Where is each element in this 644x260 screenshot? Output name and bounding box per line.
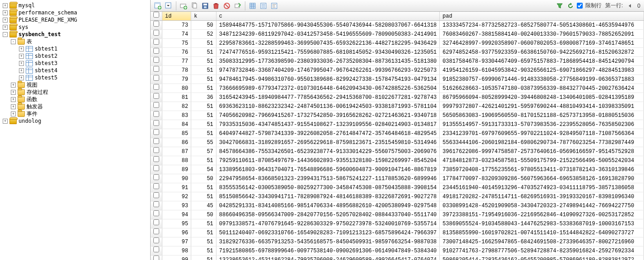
row-selector[interactable] [151,30,162,39]
table-row[interactable]: 985171921580865-69788999646-00977538140-… [151,246,644,255]
cell-k[interactable]: 50 [191,210,216,219]
row-selector[interactable] [151,57,162,66]
cell-c[interactable]: 04285291331-83414085166-98514706334-4895… [216,201,439,210]
table-row[interactable]: 905022947958654-83668501323-23994317513-… [151,174,644,183]
cell-pad[interactable]: 23445161940-40145913296-47035274923-0341… [440,183,644,192]
cell-k[interactable]: 50 [191,21,216,30]
row-selector[interactable] [151,39,162,48]
row-selector[interactable] [151,66,162,75]
cancel-icon[interactable] [222,1,232,11]
cell-id[interactable]: 83 [162,111,191,120]
table-row[interactable]: 865530427066831-31892891657-26956229618-… [151,138,644,147]
cell-c[interactable]: 50111240407-06923310766-16549028283-7109… [216,228,439,237]
expand-icon[interactable]: + [11,97,16,102]
table-row[interactable]: 945088660496358-09566347009-28420770156-… [151,210,644,219]
cell-c[interactable]: 83555356142-03005389050-80259277300-3458… [216,183,439,192]
cell-pad[interactable]: 91355514957-59131733313-57073983536-2239… [440,120,644,129]
insert-row-icon[interactable] [179,1,189,11]
db-tree[interactable]: +mysql+performance_schema+PLEASE_READ_ME… [0,0,150,260]
cell-pad[interactable]: 39617622086-99974758587-25737640616-0569… [440,147,644,156]
cell-id[interactable]: 78 [162,66,191,75]
table-row[interactable]: 765172474776516-95931215421-75596807885-… [151,48,644,57]
cell-id[interactable]: 75 [162,39,191,48]
expand-icon[interactable]: - [11,39,16,44]
expand-icon[interactable]: + [19,68,24,73]
cell-c[interactable]: 64049744827-57987341339-39226082058-2761… [216,129,439,138]
cell-pad[interactable]: 03817584678-93304467409-65975157883-7186… [440,57,644,66]
tree-item[interactable]: +sbtest5 [0,74,150,81]
select-all-header[interactable] [151,12,162,21]
table-row[interactable]: 915183555356142-03005389050-80259277300-… [151,183,644,192]
cell-pad[interactable]: 17784770097-83209309286-56075963664-6965… [440,174,644,183]
cell-k[interactable]: 51 [191,48,216,57]
grid-dropdown-icon[interactable] [164,1,174,11]
cell-id[interactable]: 91 [162,183,191,192]
table-row[interactable]: 925185150856642-33430941711-78289087924-… [151,192,644,201]
cell-id[interactable]: 92 [162,192,191,201]
row-selector[interactable] [151,246,162,255]
expand-icon[interactable]: + [11,104,16,109]
tree-item[interactable]: +存储过程 [0,88,150,96]
cell-id[interactable]: 98 [162,246,191,255]
cell-c[interactable]: 74056620982-79669415267-17327542850-3916… [216,111,439,120]
cell-id[interactable]: 96 [162,228,191,237]
row-selector[interactable] [151,192,162,201]
row-selector[interactable] [151,111,162,120]
cell-c[interactable]: 79259110611-87085497679-14436602893-9355… [216,156,439,165]
view-grid-icon[interactable] [248,1,258,11]
column-header-k[interactable]: k [191,12,216,21]
cell-c[interactable]: 73666695989-67793472372-01073016448-6462… [216,84,439,93]
tree-item[interactable]: +sbtest3 [0,60,150,67]
refresh-icon[interactable] [566,1,575,11]
grid-add-icon[interactable] [153,1,163,11]
cell-k[interactable]: 51 [191,57,216,66]
cell-c[interactable]: 13389561803-96431704071-76548896686-5960… [216,165,439,174]
expand-icon[interactable]: + [3,3,8,8]
cell-id[interactable]: 90 [162,174,191,183]
cell-c[interactable]: 31654243945-18940984477-77856436562-2941… [216,93,439,102]
table-row[interactable]: 775135083312995-17736398590-23803933036-… [151,57,644,66]
table-row[interactable]: 785197478732846-33687404209-17467995047-… [151,66,644,75]
row-selector[interactable] [151,129,162,138]
row-selector[interactable] [151,156,162,165]
cell-id[interactable]: 76 [162,48,191,57]
tree-item[interactable]: -表 [0,38,150,45]
cell-c[interactable]: 85150856642-33430941711-78289087924-4814… [216,192,439,201]
cell-id[interactable]: 97 [162,237,191,246]
row-selector[interactable] [151,237,162,246]
row-selector[interactable] [151,21,162,30]
cell-pad[interactable]: 76083460267-38815884140-00240013330-7960… [440,30,644,39]
cell-c[interactable]: 09791338571-47076791645-92286303329-9750… [216,219,439,228]
table-row[interactable]: 795194784617945-94986310760-95501389686-… [151,75,644,84]
cell-pad[interactable]: 86795966094-80528999420-39446808248-1340… [440,93,644,102]
cell-id[interactable]: 95 [162,219,191,228]
expand-icon[interactable]: + [3,119,8,124]
row-selector[interactable] [151,210,162,219]
limit-rows-checkbox[interactable] [577,3,583,9]
cell-k[interactable]: 51 [191,192,216,201]
cell-id[interactable]: 74 [162,30,191,39]
cell-pad[interactable]: 51626628663-10535747180-03873956339-8843… [440,84,644,93]
row-selector[interactable] [151,201,162,210]
table-row[interactable]: 885179259110611-87085497679-14436602893-… [151,156,644,165]
cell-pad[interactable]: 47184812873-03234587581-55509175799-2152… [440,156,644,165]
table-row[interactable]: 835174056620982-79669415267-17327542850-… [151,111,644,120]
tree-item[interactable]: +触发器 [0,103,150,110]
cell-k[interactable]: 55 [191,138,216,147]
cell-k[interactable]: 51 [191,255,216,260]
cell-id[interactable]: 82 [162,102,191,111]
cell-k[interactable]: 50 [191,174,216,183]
tree-item[interactable]: +PLEASE_READ_ME_XMG [0,16,150,23]
tree-item[interactable]: +sbtest4 [0,67,150,74]
row-selector[interactable] [151,120,162,129]
row-selector[interactable] [151,147,162,156]
cell-pad[interactable]: 32746428997-99920358907-06007802053-6980… [440,39,644,48]
cell-k[interactable]: 51 [191,75,216,84]
expand-icon[interactable]: + [11,111,16,116]
cell-c[interactable]: 84578664386-75533426501-65239238774-9133… [216,147,439,156]
cell-k[interactable]: 54 [191,165,216,174]
cell-k[interactable]: 52 [191,30,216,39]
tree-item[interactable]: +performance_schema [0,9,150,16]
cell-c[interactable]: 79335315036-43474851437-91554108627-1323… [216,120,439,129]
row-selector[interactable] [151,48,162,57]
